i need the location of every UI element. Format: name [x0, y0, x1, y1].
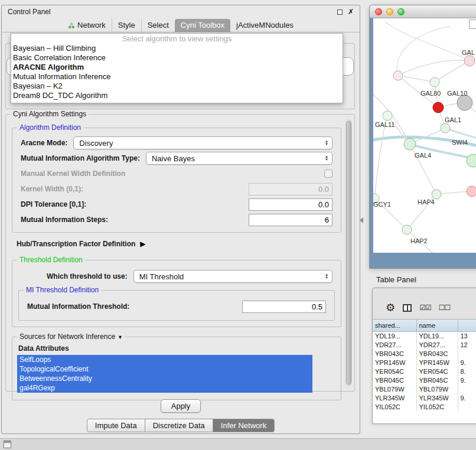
table-cell[interactable]: 8.: [458, 367, 476, 376]
table-cell[interactable]: 9.: [458, 376, 476, 385]
table-cell[interactable]: YDR27...: [373, 341, 416, 350]
zoom-traffic-light[interactable]: [397, 8, 405, 15]
tab-style[interactable]: Style: [112, 19, 141, 32]
network-node[interactable]: [441, 123, 450, 133]
tab-network[interactable]: Network: [62, 19, 112, 32]
table-row[interactable]: YDR27...YDR27...12: [373, 341, 476, 350]
deselect-all-columns-icon[interactable]: ☐☐: [439, 304, 451, 312]
table-cell[interactable]: 9.: [458, 358, 476, 367]
data-attribute-item[interactable]: TopologicalCoefficient: [17, 364, 312, 374]
table-row[interactable]: YBR045CYBR045C9.: [373, 376, 476, 385]
minimize-traffic-light[interactable]: [386, 8, 393, 15]
algorithm-option[interactable]: Bayesian – K2: [11, 81, 343, 91]
scrollbar-corner[interactable]: [469, 19, 476, 29]
table-cell[interactable]: YDR27...: [416, 341, 458, 350]
network-node[interactable]: [467, 186, 476, 197]
network-node[interactable]: [383, 111, 392, 120]
table-cell[interactable]: YDL19...: [373, 332, 416, 341]
mi-algorithm-type-select[interactable]: Naive Bayes ▲▼: [146, 152, 332, 165]
table-row[interactable]: YDL19...YDL19...13: [373, 332, 476, 341]
tab-impute-data[interactable]: Impute Data: [87, 419, 145, 432]
table-cell[interactable]: YBR045C: [416, 376, 458, 385]
table-row[interactable]: YIL052CYIL052C: [373, 403, 476, 412]
algorithm-option[interactable]: Basic Correlation Inference: [11, 53, 343, 63]
table-row[interactable]: YPR145WYPR145W9.: [373, 358, 476, 367]
table-cell[interactable]: YBR043C: [416, 350, 458, 358]
table-cell[interactable]: 13: [458, 332, 476, 341]
table-cell[interactable]: YPR145W: [373, 358, 416, 367]
table-cell[interactable]: YBR043C: [373, 350, 416, 358]
network-node[interactable]: [404, 138, 416, 150]
table-column-header[interactable]: name: [416, 319, 458, 332]
dpi-tolerance-input[interactable]: [249, 198, 332, 211]
tab-discretize-data[interactable]: Discretize Data: [145, 419, 213, 432]
scrollbar-thumb[interactable]: [346, 120, 351, 385]
table-cell[interactable]: [458, 403, 476, 412]
table-cell[interactable]: YER054C: [373, 367, 416, 376]
panel-dock-icon[interactable]: [4, 441, 11, 448]
algorithm-option[interactable]: ARACNE Algorithm: [11, 63, 343, 72]
network-edge[interactable]: [398, 60, 470, 76]
table-cell[interactable]: 12: [458, 341, 476, 350]
close-traffic-light[interactable]: [375, 8, 382, 15]
table-row[interactable]: YBR043CYBR043C: [373, 350, 476, 358]
table-cell[interactable]: 9.: [458, 394, 476, 403]
network-node[interactable]: [457, 95, 472, 110]
table-cell[interactable]: YBR045C: [373, 376, 416, 385]
hub-definition-expander[interactable]: Hub/Transcription Factor Definition ▶: [17, 240, 340, 248]
table-cell[interactable]: YER054C: [416, 367, 458, 376]
panel-splitter-handle[interactable]: [360, 217, 363, 223]
network-edge[interactable]: [385, 22, 470, 61]
table-cell[interactable]: YBL079W: [416, 385, 458, 394]
table-cell[interactable]: YLR345W: [373, 394, 416, 403]
float-window-icon[interactable]: [337, 9, 343, 15]
table-cell[interactable]: YLR345W: [416, 394, 458, 403]
table-cell[interactable]: YIL052C: [416, 403, 458, 412]
which-threshold-select[interactable]: MI Threshold ▲▼: [133, 270, 332, 283]
settings-scrollbar[interactable]: [345, 119, 352, 386]
network-node[interactable]: [430, 77, 439, 87]
network-canvas[interactable]: GALGAL80GAL10GAL11GAL1SWI4GAL4GCY1HAP4HA…: [373, 18, 476, 253]
table-cell[interactable]: YDL19...: [416, 332, 458, 341]
kernel-width-input[interactable]: [249, 183, 332, 195]
table-row[interactable]: YBL079WYBL079W: [373, 385, 476, 394]
table-cell[interactable]: YBL079W: [373, 385, 416, 394]
network-node[interactable]: [433, 102, 444, 113]
tab-infer-network[interactable]: Infer Network: [213, 419, 275, 432]
select-all-columns-icon[interactable]: ☑☑: [419, 304, 431, 312]
algorithm-option[interactable]: Mutual Information Inference: [11, 72, 343, 81]
manual-kernel-checkbox[interactable]: [324, 169, 332, 178]
data-attribute-item[interactable]: BetweennessCentrality: [17, 374, 312, 383]
tab-select[interactable]: Select: [141, 19, 175, 32]
data-attribute-item[interactable]: SelfLoops: [17, 355, 312, 364]
table-cell[interactable]: YPR145W: [416, 358, 458, 367]
network-node[interactable]: [402, 225, 412, 234]
close-icon[interactable]: ✗: [348, 9, 354, 15]
network-edge[interactable]: [435, 61, 470, 82]
columns-icon[interactable]: [403, 304, 412, 312]
network-node[interactable]: [393, 71, 403, 80]
network-edge[interactable]: [398, 76, 435, 82]
table-row[interactable]: YER054CYER054C8.: [373, 367, 476, 376]
table-cell[interactable]: [458, 350, 476, 358]
tab-cyni-toolbox[interactable]: Cyni Toolbox: [175, 19, 230, 32]
table-cell[interactable]: [458, 385, 476, 394]
table-column-header[interactable]: shared...: [373, 319, 416, 332]
table-cell[interactable]: YIL052C: [373, 403, 416, 412]
aracne-mode-select[interactable]: Discovery ▲▼: [73, 136, 332, 149]
mi-threshold-input[interactable]: [242, 301, 326, 313]
algorithm-option[interactable]: Dream8 DC_TDC Algorithm: [11, 91, 343, 100]
network-edge[interactable]: [374, 116, 387, 198]
sources-group-title[interactable]: Sources for Network Inference▼: [17, 332, 125, 341]
tab-jactivemnodules[interactable]: jActiveMNodules: [230, 19, 299, 32]
apply-button[interactable]: Apply: [161, 399, 201, 413]
data-attribute-item[interactable]: gal4RGexp: [17, 383, 312, 393]
table-row[interactable]: YLR345WYLR345W9.: [373, 394, 476, 403]
mi-steps-input[interactable]: [249, 214, 332, 226]
algorithm-option-placeholder[interactable]: Select algorithm to view settings: [11, 34, 343, 44]
network-node[interactable]: [432, 190, 441, 199]
gear-icon[interactable]: ⚙: [386, 301, 395, 314]
network-node[interactable]: [464, 56, 475, 66]
algorithm-option[interactable]: Bayesian – Hill Climbing: [11, 44, 343, 53]
table-column-header[interactable]: [458, 319, 476, 332]
